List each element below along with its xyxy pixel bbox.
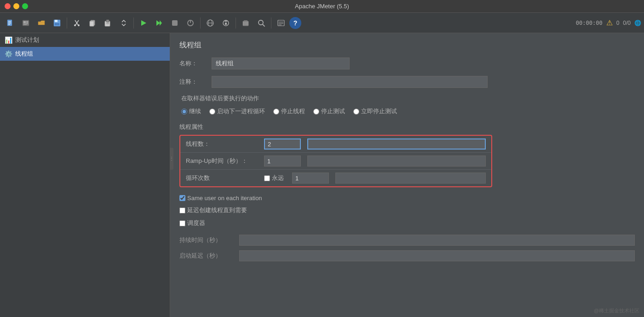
stop-button[interactable]: [167, 16, 182, 30]
radio-start-next[interactable]: 启动下一进程循环: [209, 107, 265, 115]
separator-4: [236, 17, 236, 29]
svg-marker-25: [160, 20, 162, 26]
separator-1: [67, 17, 67, 29]
forever-checkbox[interactable]: [264, 175, 270, 181]
global-icon: 🌐: [634, 20, 641, 26]
duration-label: 持续时间（秒）: [179, 236, 235, 244]
svg-point-16: [78, 24, 80, 26]
copy-button[interactable]: [85, 16, 100, 30]
new-button[interactable]: [3, 16, 17, 30]
checkboxes-section: Same user on each iteration 延迟创建线程直到需要 调…: [179, 195, 635, 227]
radio-stop-thread-label: 停止线程: [281, 107, 305, 115]
same-user-checkbox[interactable]: [179, 195, 185, 201]
delay-thread-checkbox[interactable]: [179, 207, 185, 213]
name-label: 名称：: [179, 59, 207, 68]
sidebar-item-thread-group[interactable]: ⚙️ 线程组: [0, 47, 170, 61]
comment-input[interactable]: [212, 76, 488, 88]
svg-point-15: [74, 24, 76, 26]
remote-start-button[interactable]: [203, 16, 218, 30]
radio-stop-test-now[interactable]: 立即停止测试: [353, 107, 397, 115]
svg-line-40: [263, 24, 264, 26]
radio-stop-test-now-label: 立即停止测试: [361, 107, 397, 115]
error-action-section: 在取样器错误后要执行的动作 继续 启动下一进程循环 停止线程 停止测试: [179, 94, 635, 115]
svg-marker-23: [141, 20, 146, 26]
separator-5: [271, 17, 271, 29]
thread-group-icon: ⚙️: [5, 50, 12, 58]
collapse-handle[interactable]: ⋮: [170, 148, 173, 170]
search-button[interactable]: [254, 16, 269, 30]
sidebar-item-test-plan[interactable]: 📊 测试计划: [0, 33, 170, 47]
radio-continue-label: 继续: [189, 107, 201, 115]
same-user-label[interactable]: Same user on each iteration: [179, 195, 635, 202]
comment-label: 注释：: [179, 78, 207, 86]
sidebar-item-thread-group-label: 线程组: [15, 50, 33, 58]
svg-rect-8: [23, 23, 28, 24]
radio-stop-test[interactable]: 停止测试: [313, 107, 345, 115]
svg-rect-9: [23, 24, 27, 25]
paste-button[interactable]: [101, 16, 115, 30]
svg-rect-12: [55, 23, 59, 25]
svg-rect-28: [190, 20, 191, 23]
thread-count-row: 线程数：: [180, 136, 491, 153]
scheduler-checkbox[interactable]: [179, 220, 185, 226]
clear-button[interactable]: [238, 16, 253, 30]
start-delay-input[interactable]: [239, 250, 635, 261]
duration-section: 持续时间（秒） 启动延迟（秒）: [179, 235, 635, 261]
loop-count-label: 循环次数: [186, 174, 259, 182]
log-button[interactable]: [274, 16, 288, 30]
content-area: 线程组 名称： 注释： 在取样器错误后要执行的动作 继续 启动下一进程循环: [170, 33, 644, 317]
maximize-button[interactable]: [22, 3, 28, 9]
radio-continue-input[interactable]: [181, 109, 187, 115]
svg-rect-11: [55, 20, 58, 22]
thread-count-extra-input[interactable]: [307, 138, 486, 150]
svg-rect-4: [23, 20, 29, 26]
radio-stop-thread-input[interactable]: [273, 109, 279, 115]
radio-stop-test-input[interactable]: [313, 109, 319, 115]
duration-input[interactable]: [239, 235, 635, 246]
comment-row: 注释：: [179, 76, 635, 88]
delay-thread-text: 延迟创建线程直到需要: [187, 206, 247, 214]
thread-count-input[interactable]: [264, 138, 301, 150]
svg-rect-18: [90, 21, 94, 26]
close-button[interactable]: [5, 3, 11, 9]
radio-continue[interactable]: 继续: [181, 107, 201, 115]
rampup-label: Ramp-Up时间（秒）：: [186, 157, 259, 165]
scheduler-text: 调度器: [187, 219, 205, 227]
cut-button[interactable]: [69, 16, 84, 30]
loop-count-extra-input[interactable]: [335, 173, 486, 184]
watermark: @稀土掘金技术社区: [594, 307, 639, 314]
sidebar-item-test-plan-label: 测试计划: [15, 36, 39, 44]
svg-rect-5: [23, 21, 26, 23]
shutdown-button[interactable]: [183, 16, 198, 30]
window-controls[interactable]: [5, 3, 28, 9]
start-button[interactable]: [136, 16, 151, 30]
loop-count-input[interactable]: [292, 173, 329, 184]
open-button[interactable]: [34, 16, 49, 30]
radio-stop-test-now-input[interactable]: [353, 109, 359, 115]
warning-count: 0: [616, 20, 620, 26]
radio-stop-thread[interactable]: 停止线程: [273, 107, 305, 115]
forever-checkbox-label[interactable]: 永远: [264, 174, 284, 182]
separator-2: [133, 17, 134, 29]
delay-thread-label[interactable]: 延迟创建线程直到需要: [179, 206, 635, 214]
main-layout: 📊 测试计划 ⚙️ 线程组 ⋮ 线程组 名称： 注释： 在取样器错误后要执行的动…: [0, 33, 644, 317]
thread-properties-box: 线程数： Ramp-Up时间（秒）： 循环次数 永远: [179, 135, 492, 187]
timer-display: 00:00:00: [576, 20, 603, 26]
name-input[interactable]: [212, 58, 350, 69]
start-no-pause-button[interactable]: [152, 16, 167, 30]
remote-stop-button[interactable]: [218, 16, 233, 30]
warning-icon: ⚠: [606, 18, 613, 27]
help-button[interactable]: ?: [289, 17, 301, 29]
error-count: 0/0: [623, 20, 631, 26]
rampup-input[interactable]: [264, 156, 301, 167]
save-button[interactable]: [50, 16, 64, 30]
expand-button[interactable]: [116, 16, 131, 30]
thread-count-label: 线程数：: [186, 140, 259, 148]
template-button[interactable]: [18, 16, 33, 30]
duration-row: 持续时间（秒）: [179, 235, 635, 246]
rampup-extra-input[interactable]: [307, 156, 486, 167]
radio-start-next-input[interactable]: [209, 109, 215, 115]
radio-stop-test-label: 停止测试: [321, 107, 345, 115]
minimize-button[interactable]: [13, 3, 19, 9]
scheduler-label[interactable]: 调度器: [179, 219, 635, 227]
